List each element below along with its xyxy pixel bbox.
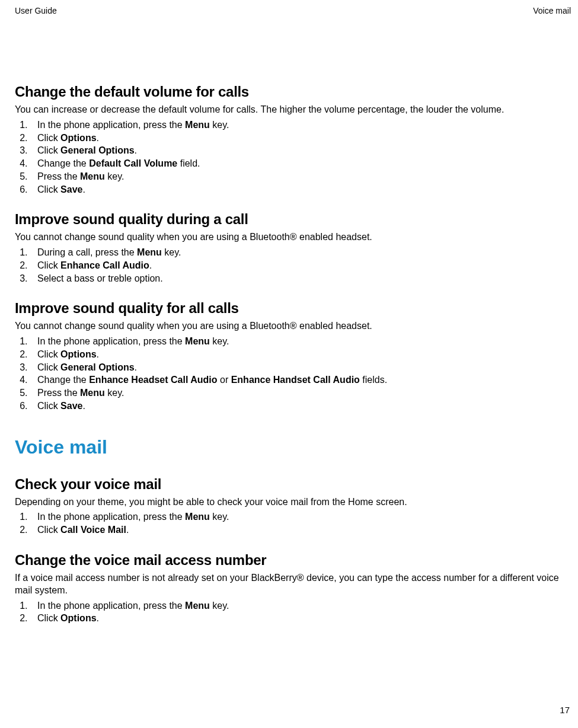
step-list: During a call, press the Menu key.Click …	[15, 246, 571, 285]
text-run: Menu	[185, 512, 210, 522]
section-intro: You cannot change sound quality when you…	[15, 320, 571, 333]
header-right: Voice mail	[533, 6, 571, 15]
text-run: .	[97, 133, 99, 143]
step-list: In the phone application, press the Menu…	[15, 335, 571, 413]
step-item: Select a bass or treble option.	[30, 272, 571, 285]
text-run: .	[135, 145, 137, 155]
text-run: Save	[60, 401, 82, 411]
text-run: Menu	[185, 120, 210, 130]
text-run: Enhance Handset Call Audio	[231, 375, 360, 385]
text-run: key.	[210, 336, 229, 346]
text-run: Click	[37, 133, 60, 143]
text-run: Default Call Volume	[89, 158, 177, 168]
step-item: Click Options.	[30, 348, 571, 361]
text-run: During a call, press the	[37, 247, 137, 257]
step-list: In the phone application, press the Menu…	[15, 599, 571, 625]
text-run: In the phone application, press the	[37, 512, 185, 522]
step-item: Press the Menu key.	[30, 387, 571, 400]
text-run: Options	[60, 613, 96, 623]
section: Improve sound quality for all callsYou c…	[15, 300, 571, 412]
section: Change the voice mail access numberIf a …	[15, 552, 571, 625]
section-intro: If a voice mail access number is not alr…	[15, 572, 571, 597]
step-item: Change the Default Call Volume field.	[30, 157, 571, 170]
section: Improve sound quality during a callYou c…	[15, 211, 571, 285]
text-run: key.	[105, 171, 124, 181]
section-heading: Change the default volume for calls	[15, 84, 571, 100]
text-run: Call Voice Mail	[60, 525, 126, 535]
step-item: Click Call Voice Mail.	[30, 523, 571, 537]
text-run: Select a bass or treble option.	[37, 273, 163, 283]
text-run: Options	[60, 349, 96, 359]
section: Change the default volume for callsYou c…	[15, 84, 571, 196]
step-item: Click General Options.	[30, 144, 571, 157]
step-item: Click Save.	[30, 400, 571, 413]
text-run: Options	[60, 133, 96, 143]
text-run: Click	[37, 145, 60, 155]
step-item: Click General Options.	[30, 361, 571, 374]
text-run: fields.	[360, 375, 387, 385]
text-run: .	[97, 349, 99, 359]
step-item: Click Save.	[30, 183, 571, 196]
section-heading: Improve sound quality for all calls	[15, 300, 571, 317]
text-run: Menu	[137, 247, 162, 257]
text-run: key.	[105, 388, 124, 398]
section-intro: Depending on your theme, you might be ab…	[15, 496, 571, 509]
text-run: .	[149, 260, 152, 270]
section-intro: You can increase or decrease the default…	[15, 104, 571, 116]
text-run: or	[218, 375, 231, 385]
step-item: Click Options.	[30, 612, 571, 625]
text-run: Menu	[80, 388, 105, 398]
chapter-heading: Voice mail	[15, 436, 571, 458]
text-run: Menu	[80, 171, 105, 181]
chapter-sections-container: Check your voice mailDepending on your t…	[15, 476, 571, 625]
step-list: In the phone application, press the Menu…	[15, 510, 571, 537]
text-run: Click	[37, 260, 60, 270]
text-run: .	[82, 184, 85, 194]
text-run: Change the	[37, 375, 89, 385]
page: User Guide Voice mail Change the default…	[0, 0, 578, 728]
text-run: Click	[37, 525, 60, 535]
step-item: In the phone application, press the Menu…	[30, 599, 571, 612]
section-intro: You cannot change sound quality when you…	[15, 231, 571, 244]
text-run: In the phone application, press the	[37, 120, 185, 130]
text-run: Click	[37, 613, 60, 623]
text-run: Click	[37, 362, 60, 372]
text-run: Enhance Call Audio	[60, 260, 149, 270]
step-item: Click Options.	[30, 132, 571, 145]
text-run: Click	[37, 349, 60, 359]
text-run: Menu	[185, 336, 210, 346]
section: Check your voice mailDepending on your t…	[15, 476, 571, 537]
text-run: key.	[210, 120, 229, 130]
text-run: .	[97, 613, 99, 623]
text-run: Press the	[37, 171, 80, 181]
text-run: key.	[210, 601, 229, 611]
text-run: Click	[37, 184, 60, 194]
step-item: In the phone application, press the Menu…	[30, 119, 571, 132]
text-run: Press the	[37, 388, 80, 398]
text-run: In the phone application, press the	[37, 336, 185, 346]
text-run: General Options	[60, 145, 134, 155]
sections-container: Change the default volume for callsYou c…	[15, 84, 571, 413]
text-run: .	[126, 525, 129, 535]
step-item: Press the Menu key.	[30, 170, 571, 183]
text-run: key.	[210, 512, 229, 522]
section-heading: Change the voice mail access number	[15, 552, 571, 569]
step-item: During a call, press the Menu key.	[30, 246, 571, 259]
text-run: Enhance Headset Call Audio	[89, 375, 217, 385]
step-item: In the phone application, press the Menu…	[30, 335, 571, 348]
page-header: User Guide Voice mail	[15, 6, 571, 15]
text-run: .	[135, 362, 137, 372]
page-number: 17	[560, 705, 570, 715]
text-run: Save	[60, 184, 82, 194]
section-heading: Check your voice mail	[15, 476, 571, 493]
step-item: Click Enhance Call Audio.	[30, 259, 571, 272]
section-heading: Improve sound quality during a call	[15, 211, 571, 228]
text-run: In the phone application, press the	[37, 601, 185, 611]
step-list: In the phone application, press the Menu…	[15, 119, 571, 196]
text-run: General Options	[60, 362, 134, 372]
text-run: Click	[37, 401, 60, 411]
text-run: key.	[162, 247, 181, 257]
text-run: .	[82, 401, 85, 411]
step-item: Change the Enhance Headset Call Audio or…	[30, 373, 571, 387]
text-run: Menu	[185, 601, 210, 611]
